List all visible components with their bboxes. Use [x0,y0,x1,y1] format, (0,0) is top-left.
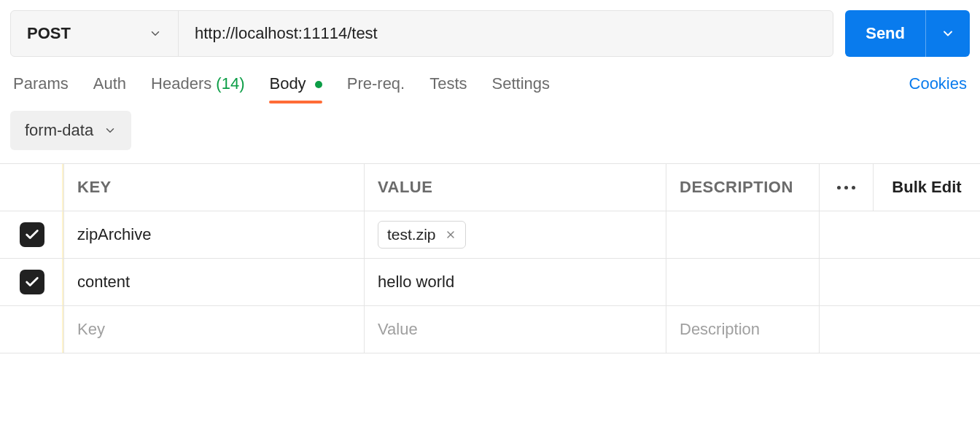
column-header-enabled [0,164,64,211]
request-tabs: Params Auth Headers (14) Body Pre-req. T… [0,57,980,102]
tab-params[interactable]: Params [13,74,69,102]
row-key-cell[interactable]: content [64,259,365,305]
bulk-edit-button[interactable]: Bulk Edit [874,164,980,211]
tab-headers-label: Headers [151,74,211,93]
send-button-group: Send [845,10,970,57]
row-value-placeholder: Value [378,320,418,339]
row-description-cell[interactable]: Description [666,306,820,353]
row-enabled-cell [0,259,64,305]
row-value-text: hello world [378,273,454,292]
http-method-label: POST [27,24,71,43]
tab-tests[interactable]: Tests [429,74,467,102]
row-value-cell[interactable]: hello world [365,259,666,305]
row-key-cell[interactable]: Key [64,306,365,353]
chevron-down-icon [149,27,162,40]
more-icon [837,186,855,189]
row-key-text: content [77,273,130,292]
tab-body-label: Body [269,74,306,93]
body-type-label: form-data [25,121,93,140]
row-description-cell[interactable] [666,211,820,258]
tab-prereq[interactable]: Pre-req. [347,74,405,102]
row-trailing [820,259,980,305]
check-icon [24,227,40,243]
row-description-cell[interactable] [666,259,820,305]
row-enabled-cell [0,306,64,353]
row-enabled-checkbox[interactable] [20,222,44,247]
tab-settings[interactable]: Settings [492,74,551,102]
row-key-text: zipArchive [77,225,151,244]
table-row-new: Key Value Description [0,306,980,353]
row-value-cell[interactable]: Value [365,306,666,353]
table-row: content hello world [0,259,980,306]
cookies-link[interactable]: Cookies [909,74,967,102]
table-row: zipArchive test.zip [0,211,980,259]
file-chip: test.zip [378,221,466,249]
file-chip-name: test.zip [387,226,436,243]
column-header-description: DESCRIPTION [666,164,820,211]
row-key-placeholder: Key [77,320,105,339]
chevron-down-icon [104,124,117,137]
body-type-select[interactable]: form-data [10,111,131,150]
send-button[interactable]: Send [845,10,926,57]
row-description-placeholder: Description [680,320,760,339]
url-input[interactable] [179,11,833,56]
tab-headers[interactable]: Headers (14) [151,74,244,102]
table-header-row: KEY VALUE DESCRIPTION Bulk Edit [0,164,980,211]
check-icon [24,274,40,290]
headers-count: (14) [216,74,244,93]
column-options-button[interactable] [820,164,874,211]
row-value-cell[interactable]: test.zip [365,211,666,258]
row-trailing [820,211,980,258]
column-header-key: KEY [64,164,365,211]
body-type-row: form-data [0,102,980,163]
tab-auth[interactable]: Auth [93,74,126,102]
row-trailing [820,306,980,353]
request-input-group: POST [10,10,833,57]
unsaved-indicator-icon [315,81,322,88]
row-key-cell[interactable]: zipArchive [64,211,365,258]
chevron-down-icon [941,26,955,41]
send-options-button[interactable] [926,10,970,57]
row-enabled-checkbox[interactable] [20,270,44,294]
request-bar: POST Send [0,0,980,57]
file-remove-button[interactable] [445,229,456,241]
form-data-table: KEY VALUE DESCRIPTION Bulk Edit zipArchi… [0,163,980,353]
close-icon [445,229,456,241]
row-enabled-cell [0,211,64,258]
column-header-value: VALUE [365,164,666,211]
tab-body[interactable]: Body [269,74,322,102]
http-method-select[interactable]: POST [11,11,179,56]
